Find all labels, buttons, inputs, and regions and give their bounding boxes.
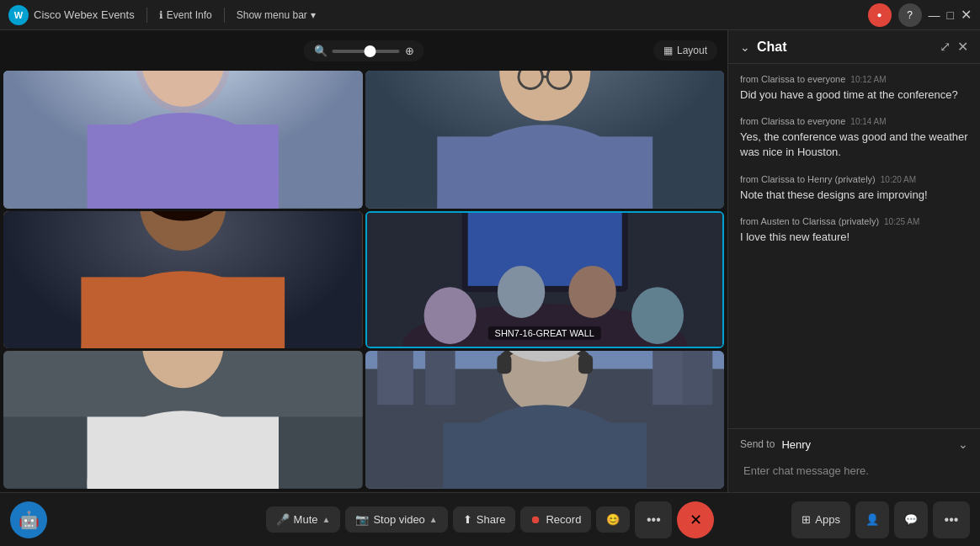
- svg-rect-43: [578, 355, 593, 374]
- msg-meta-4: from Austen to Clarissa (privately) 10:2…: [740, 216, 968, 226]
- chat-header: ⌄ Chat ⤢ ✕: [728, 30, 980, 64]
- layout-label: Layout: [677, 45, 707, 56]
- main-content: 🔍 ⊕ ▦ Layout: [0, 30, 980, 492]
- record-label: Record: [546, 513, 581, 526]
- stop-video-label: Stop video: [373, 513, 424, 526]
- close-button[interactable]: ✕: [961, 7, 972, 23]
- msg-time-2: 10:14 AM: [850, 117, 886, 126]
- zoom-in-icon[interactable]: ⊕: [405, 45, 414, 57]
- end-icon: ✕: [690, 511, 702, 529]
- svg-point-23: [423, 287, 476, 344]
- zoom-slider-thumb: [365, 45, 376, 57]
- svg-rect-41: [443, 423, 647, 489]
- participants-button[interactable]: 👤: [855, 501, 889, 538]
- minimize-button[interactable]: —: [929, 8, 940, 22]
- svg-rect-9: [437, 136, 652, 208]
- cell-label-4: SHN7-16-GREAT WALL: [488, 326, 601, 340]
- apps-label: Apps: [815, 513, 840, 526]
- share-label: Share: [477, 513, 506, 526]
- end-call-button[interactable]: ✕: [677, 501, 714, 538]
- chat-collapse-button[interactable]: ⌄: [740, 40, 750, 54]
- show-menu-label: Show menu bar: [237, 9, 307, 21]
- topbar: W Cisco Webex Events ℹ Event Info Show m…: [0, 0, 980, 30]
- participant-video-1: [3, 71, 363, 209]
- msg-sender-3: from Clarissa to Henry (privately): [740, 174, 876, 184]
- mute-icon: 🎤: [276, 513, 290, 526]
- chat-message-3: from Clarissa to Henry (privately) 10:20…: [740, 174, 968, 203]
- chat-input[interactable]: Enter chat message here.: [740, 458, 968, 484]
- svg-rect-38: [682, 351, 712, 405]
- record-indicator: ●: [868, 3, 892, 27]
- msg-time-1: 10:12 AM: [850, 75, 886, 84]
- chat-actions: ⤢ ✕: [940, 39, 968, 55]
- show-menu-arrow: ▾: [311, 9, 316, 21]
- toolbar-more-button[interactable]: •••: [933, 501, 970, 538]
- record-button[interactable]: ⏺ Record: [520, 506, 591, 533]
- video-cell-4: SHN7-16-GREAT WALL: [365, 211, 725, 349]
- video-caret: ▲: [429, 515, 438, 524]
- video-area: 🔍 ⊕ ▦ Layout: [0, 30, 727, 492]
- chat-footer: Send to Henry ⌄ Enter chat message here.: [728, 428, 980, 492]
- chat-input-placeholder: Enter chat message here.: [743, 464, 869, 477]
- svg-rect-36: [425, 351, 455, 405]
- zoom-out-icon[interactable]: 🔍: [314, 45, 328, 57]
- toolbar-more-icon: •••: [945, 512, 959, 527]
- maximize-button[interactable]: □: [947, 8, 954, 22]
- participant-video-3: [3, 211, 363, 349]
- video-cell-3: [3, 211, 363, 349]
- chat-icon: 💬: [904, 513, 918, 526]
- svg-rect-4: [88, 125, 279, 209]
- chat-message-1: from Clarissa to everyone 10:12 AM Did y…: [740, 74, 968, 103]
- msg-meta-2: from Clarissa to everyone 10:14 AM: [740, 116, 968, 126]
- msg-text-2: Yes, the conference was good and the wea…: [740, 130, 968, 160]
- chat-panel: ⌄ Chat ⤢ ✕ from Clarissa to everyone 10:…: [727, 30, 980, 492]
- show-menu-button[interactable]: Show menu bar ▾: [237, 9, 316, 21]
- emoji-icon: 😊: [606, 513, 620, 526]
- topbar-right: ● ? — □ ✕: [868, 3, 972, 27]
- stop-video-button[interactable]: 📷 Stop video ▲: [345, 506, 447, 533]
- msg-meta-3: from Clarissa to Henry (privately) 10:20…: [740, 174, 968, 184]
- participant-video-2: [365, 71, 725, 209]
- send-to-dropdown[interactable]: ⌄: [958, 437, 968, 451]
- event-info-label: Event Info: [167, 9, 212, 21]
- layout-button[interactable]: ▦ Layout: [653, 40, 717, 61]
- participants-icon: 👤: [865, 513, 879, 526]
- msg-text-1: Did you have a good time at the conferen…: [740, 87, 968, 103]
- svg-rect-31: [88, 417, 279, 489]
- emoji-button[interactable]: 😊: [596, 506, 630, 533]
- svg-rect-42: [497, 355, 511, 374]
- topbar-left: W Cisco Webex Events ℹ Event Info Show m…: [8, 5, 868, 25]
- mute-caret: ▲: [322, 515, 331, 524]
- event-info[interactable]: ℹ Event Info: [159, 9, 212, 21]
- webex-logo: W Cisco Webex Events: [8, 5, 135, 25]
- divider-1: [146, 8, 147, 23]
- apps-button[interactable]: ⊞ Apps: [791, 501, 850, 538]
- send-to-row: Send to Henry ⌄: [740, 437, 968, 451]
- chat-toggle-button[interactable]: 💬: [894, 501, 928, 538]
- send-to-label: Send to: [740, 438, 775, 450]
- bottom-bar-right: ⊞ Apps 👤 💬 •••: [791, 501, 970, 538]
- bottom-bar: 🤖 🎤 Mute ▲ 📷 Stop video ▲ ⬆ Share ⏺ Reco…: [0, 492, 980, 546]
- chat-close-button[interactable]: ✕: [957, 39, 968, 55]
- msg-sender-4: from Austen to Clarissa (privately): [740, 216, 879, 226]
- help-button[interactable]: ?: [898, 3, 922, 27]
- share-icon: ⬆: [463, 513, 472, 526]
- more-button[interactable]: •••: [635, 501, 672, 538]
- send-to-value: Henry: [781, 438, 958, 451]
- app-title: Cisco Webex Events: [34, 8, 135, 21]
- webex-fab-button[interactable]: 🤖: [10, 501, 47, 538]
- mute-button[interactable]: 🎤 Mute ▲: [266, 506, 341, 533]
- msg-text-3: Note that these designs are improving!: [740, 188, 968, 203]
- chat-message-4: from Austen to Clarissa (privately) 10:2…: [740, 216, 968, 245]
- more-icon: •••: [647, 512, 661, 527]
- share-button[interactable]: ⬆ Share: [453, 506, 516, 533]
- divider-2: [224, 8, 225, 23]
- msg-sender-2: from Clarissa to everyone: [740, 116, 845, 126]
- zoom-slider[interactable]: [333, 50, 400, 53]
- svg-rect-35: [377, 351, 413, 405]
- chat-popout-button[interactable]: ⤢: [940, 39, 951, 55]
- msg-time-3: 10:20 AM: [881, 175, 916, 184]
- layout-icon: ▦: [663, 45, 673, 56]
- info-icon: ℹ: [159, 9, 163, 21]
- zoom-bar: 🔍 ⊕: [304, 40, 424, 61]
